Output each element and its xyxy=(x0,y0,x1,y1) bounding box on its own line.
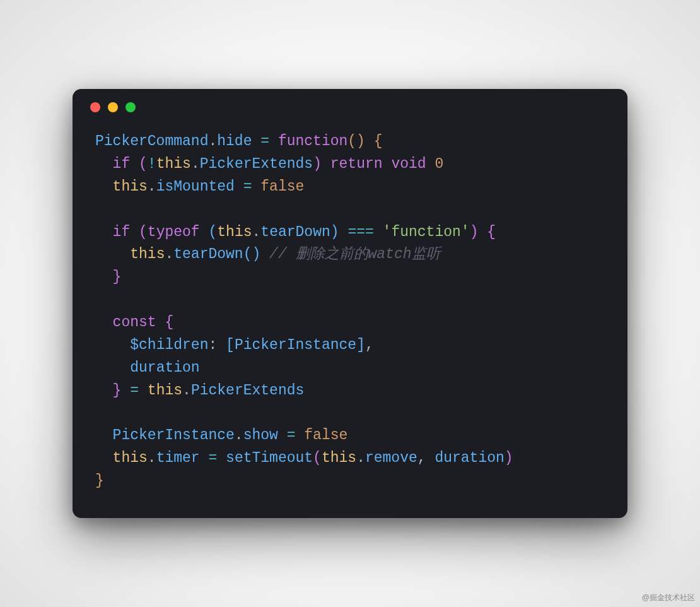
token: ( xyxy=(208,224,217,240)
token xyxy=(374,224,383,240)
token: . xyxy=(252,224,261,240)
minimize-icon[interactable] xyxy=(108,102,118,112)
token xyxy=(200,224,209,240)
token xyxy=(156,314,165,331)
token: const xyxy=(113,314,156,331)
token: tearDown xyxy=(260,224,330,240)
token xyxy=(383,156,392,172)
watermark: @掘金技术社区 xyxy=(642,592,695,603)
token: === xyxy=(347,224,373,240)
token: this xyxy=(217,224,252,240)
token: ) xyxy=(470,224,479,240)
token: PickerExtends xyxy=(200,156,313,172)
token xyxy=(95,224,113,240)
token xyxy=(260,246,269,262)
token xyxy=(365,133,374,150)
token: . xyxy=(356,450,365,466)
token: this xyxy=(148,382,182,399)
token: { xyxy=(165,314,173,331)
token: ( xyxy=(139,156,148,172)
close-icon[interactable] xyxy=(90,102,100,112)
window-titlebar xyxy=(73,89,627,126)
token: if xyxy=(113,156,131,172)
token xyxy=(426,156,435,172)
token: show xyxy=(243,427,278,444)
token: [ xyxy=(226,337,235,353)
token: PickerInstance xyxy=(235,337,356,353)
token: . xyxy=(235,427,243,444)
token xyxy=(130,156,139,172)
token: { xyxy=(374,133,383,150)
token: setTimeout xyxy=(226,450,313,466)
token: this xyxy=(156,156,191,172)
token: false xyxy=(304,427,347,444)
token: . xyxy=(165,246,173,262)
token: } xyxy=(113,269,122,285)
token: PickerCommand xyxy=(95,133,208,150)
token: timer xyxy=(156,450,200,466)
token: : xyxy=(208,337,217,353)
token: . xyxy=(208,133,217,150)
token xyxy=(217,337,226,353)
token: . xyxy=(148,179,156,195)
token: ! xyxy=(148,156,156,172)
token: ) xyxy=(313,156,322,172)
token: return xyxy=(330,156,383,172)
token: function xyxy=(278,133,347,150)
token: . xyxy=(182,382,191,399)
token: ( xyxy=(313,450,322,466)
token: 'function' xyxy=(383,224,470,240)
code-block: PickerCommand.hide = function() { if (!t… xyxy=(73,126,627,493)
token: duration xyxy=(435,450,504,466)
token: = xyxy=(200,450,226,466)
token: PickerInstance xyxy=(113,427,235,444)
token xyxy=(339,224,348,240)
token xyxy=(426,450,435,466)
token: () xyxy=(347,133,365,150)
token: // 删除之前的watch监听 xyxy=(269,246,440,262)
token xyxy=(95,314,113,331)
token: typeof xyxy=(148,224,200,240)
token: = xyxy=(278,427,304,444)
token: this xyxy=(322,450,356,466)
token xyxy=(478,224,487,240)
token: $children xyxy=(130,337,208,353)
token: duration xyxy=(130,360,199,376)
code-window: PickerCommand.hide = function() { if (!t… xyxy=(73,89,627,518)
token: if xyxy=(113,224,131,240)
token: ) xyxy=(505,450,513,466)
token: ( xyxy=(139,224,148,240)
token: tearDown xyxy=(173,246,243,262)
token: this xyxy=(113,450,148,466)
token: = xyxy=(252,133,277,150)
token: false xyxy=(260,179,304,195)
token: ] xyxy=(356,337,365,353)
token xyxy=(130,224,139,240)
token: . xyxy=(191,156,200,172)
token xyxy=(95,337,130,353)
token: = xyxy=(121,382,147,399)
token: hide xyxy=(217,133,252,150)
token: this xyxy=(113,179,148,195)
token xyxy=(95,179,113,195)
token: ) xyxy=(330,224,339,240)
token: , xyxy=(365,337,374,353)
token: this xyxy=(130,246,165,262)
token: remove xyxy=(365,450,417,466)
token: . xyxy=(148,450,156,466)
token xyxy=(95,427,113,444)
token: } xyxy=(113,382,122,399)
zoom-icon[interactable] xyxy=(125,102,136,112)
page-background: PickerCommand.hide = function() { if (!t… xyxy=(0,0,700,607)
token: PickerExtends xyxy=(191,382,304,399)
token: () xyxy=(243,246,261,262)
token: isMounted xyxy=(156,179,235,195)
token: } xyxy=(95,473,104,489)
token xyxy=(95,246,130,262)
token: { xyxy=(487,224,496,240)
token xyxy=(95,156,113,172)
token: , xyxy=(417,450,426,466)
token: 0 xyxy=(435,156,443,172)
token xyxy=(95,269,113,285)
token xyxy=(322,156,330,172)
